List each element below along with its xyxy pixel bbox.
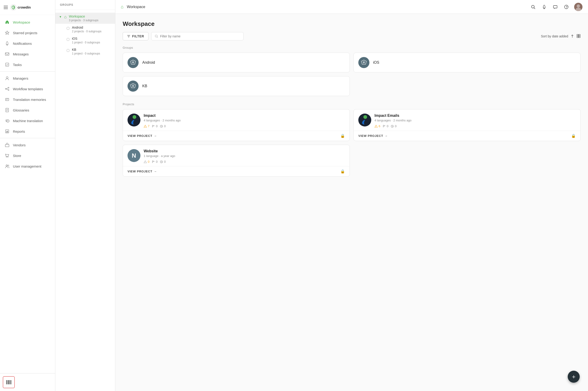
sidebar-item-label: User management <box>13 164 41 168</box>
project-card-footer-impact-emails: VIEW PROJECT → 🔒 <box>354 131 580 141</box>
workflow-icon <box>5 86 10 92</box>
sidebar-item-label: Starred projects <box>13 31 37 35</box>
arrow-icon-website: → <box>154 170 157 173</box>
sidebar-item-tasks[interactable]: Tasks <box>0 59 55 70</box>
star-icon <box>5 30 10 35</box>
group-card-kb[interactable]: KB <box>123 76 350 96</box>
sort-direction-button[interactable] <box>571 34 574 38</box>
search-box[interactable] <box>151 32 244 40</box>
project-card-footer-impact: VIEW PROJECT → 🔒 <box>123 131 350 141</box>
group-card-ios[interactable]: iOS <box>353 53 581 73</box>
android-tree-info: Android 2 projects · 0 subgroups <box>72 26 111 33</box>
sidebar-item-messages[interactable]: Messages <box>0 49 55 59</box>
sidebar-item-managers[interactable]: Managers <box>0 73 55 84</box>
sidebar-item-label: Translation memories <box>13 98 46 101</box>
sidebar-item-reports[interactable]: Reports <box>0 126 55 137</box>
sidebar-item-label: Workspace <box>13 20 30 24</box>
svg-point-36 <box>531 5 534 8</box>
group-tree-android[interactable]: ⬡ Android 2 projects · 0 subgroups <box>63 24 115 35</box>
view-project-link-impact-emails[interactable]: VIEW PROJECT → <box>358 134 388 138</box>
top-bar: ⌂ Workspace <box>115 0 588 14</box>
sidebar-item-workspace[interactable]: Workspace <box>0 17 55 27</box>
project-logo-impact-emails <box>358 113 371 126</box>
svg-rect-4 <box>5 53 9 55</box>
sidebar: crowdin Workspace Starred projects <box>0 0 55 391</box>
sidebar-item-workflow[interactable]: Workflow templates <box>0 84 55 94</box>
sub-items: ⬡ Android 2 projects · 0 subgroups ⬡ iOS… <box>55 24 115 57</box>
layers-icon-kb: ⬡ <box>66 48 70 53</box>
view-project-link-website[interactable]: VIEW PROJECT → <box>128 170 157 173</box>
project-meta-impact: 4 languages · 2 months ago <box>144 119 345 122</box>
layers-icon-android: ⬡ <box>66 26 70 30</box>
sidebar-item-label: Tasks <box>13 63 22 67</box>
svg-line-37 <box>534 8 535 9</box>
svg-rect-55 <box>579 36 580 38</box>
groups-header: GROUPS <box>55 0 115 10</box>
group-card-android[interactable]: Android <box>123 53 350 73</box>
chat-icon[interactable] <box>552 4 558 10</box>
sidebar-item-label: Reports <box>13 129 25 133</box>
workspace-tree-meta: 3 projects · 3 subgroups <box>69 19 111 22</box>
main-content: ⌂ Workspace <box>115 0 588 391</box>
users-icon <box>5 164 10 169</box>
svg-rect-25 <box>8 131 8 132</box>
svg-point-44 <box>577 4 580 8</box>
group-tree-ios[interactable]: ⬡ iOS 1 project · 0 subgroups <box>63 35 115 46</box>
svg-rect-33 <box>8 380 9 384</box>
sidebar-item-user-management[interactable]: User management <box>0 161 55 172</box>
lock-icon-impact-emails: 🔒 <box>571 134 576 138</box>
grid-toggle-button[interactable] <box>577 34 581 39</box>
svg-line-50 <box>157 37 158 38</box>
project-card-footer-website: VIEW PROJECT → 🔒 <box>123 166 350 176</box>
ios-tree-info: iOS 1 project · 0 subgroups <box>72 37 111 44</box>
group-icon-ios <box>358 57 369 68</box>
svg-point-72 <box>364 116 366 118</box>
bell-topbar-icon[interactable] <box>541 4 547 10</box>
svg-point-8 <box>8 87 9 88</box>
barcode-button[interactable] <box>3 376 15 388</box>
projects-grid: Impact 4 languages · 2 months ago ! 7 0 <box>123 109 581 177</box>
project-card-impact[interactable]: Impact 4 languages · 2 months ago ! 7 0 <box>123 109 350 141</box>
project-card-website[interactable]: N Website 1 language · a year ago ! 0 <box>123 145 350 177</box>
lock-icon-website: 🔒 <box>340 169 345 174</box>
sidebar-item-vendors[interactable]: Vendors <box>0 140 55 150</box>
hamburger-icon[interactable] <box>4 6 8 9</box>
svg-line-80 <box>161 162 162 162</box>
fab-button[interactable]: + <box>568 371 580 383</box>
warn-count-impact-emails: 6 <box>379 124 380 128</box>
flag-count-website: 0 <box>156 160 157 163</box>
project-name-impact-emails: Impact Emails <box>375 113 576 118</box>
sidebar-item-label: Messages <box>13 52 29 56</box>
nav-divider-1 <box>0 71 55 72</box>
group-tree: ▼ ⌂ Workspace 3 projects · 3 subgroups ⬡… <box>55 10 115 60</box>
filter-button[interactable]: FILTER <box>123 32 148 40</box>
view-project-link-impact[interactable]: VIEW PROJECT → <box>128 134 157 138</box>
sidebar-item-label: Vendors <box>13 143 26 147</box>
workspace-tree-name: Workspace <box>69 14 111 18</box>
search-input[interactable] <box>160 34 240 38</box>
groups-section-label: Groups <box>123 46 581 49</box>
workspace-tree-info: Workspace 3 projects · 3 subgroups <box>69 14 111 22</box>
sidebar-item-store[interactable]: Store <box>0 150 55 161</box>
avatar[interactable] <box>574 3 583 11</box>
clock-badge-website: 0 <box>160 160 166 163</box>
flag-badge-impact: 0 <box>152 124 157 128</box>
search-icon[interactable] <box>530 4 536 10</box>
sidebar-item-glossaries[interactable]: Glossaries <box>0 105 55 115</box>
project-card-impact-emails[interactable]: Impact Emails 4 languages · 2 months ago… <box>353 109 581 141</box>
ios-tree-name: iOS <box>72 37 111 40</box>
flag-badge-impact-emails: 0 <box>383 124 388 128</box>
project-info-impact-emails: Impact Emails 4 languages · 2 months ago… <box>375 113 576 128</box>
clock-count-impact: 0 <box>164 124 166 128</box>
help-icon[interactable]: ? <box>563 4 570 10</box>
sidebar-item-starred[interactable]: Starred projects <box>0 27 55 38</box>
group-tree-kb[interactable]: ⬡ KB 1 project · 0 subgroups <box>63 46 115 57</box>
sidebar-item-notifications[interactable]: Notifications <box>0 38 55 49</box>
sidebar-nav: Workspace Starred projects Notifications <box>0 15 55 373</box>
sidebar-item-machine-translation[interactable]: G Machine translation <box>0 115 55 126</box>
bell-icon <box>5 41 10 46</box>
sidebar-header: crowdin <box>0 0 55 15</box>
group-tree-workspace[interactable]: ▼ ⌂ Workspace 3 projects · 3 subgroups <box>55 13 115 24</box>
project-meta-website: 1 language · a year ago <box>144 154 345 158</box>
sidebar-item-translation-memories[interactable]: Translation memories <box>0 94 55 105</box>
